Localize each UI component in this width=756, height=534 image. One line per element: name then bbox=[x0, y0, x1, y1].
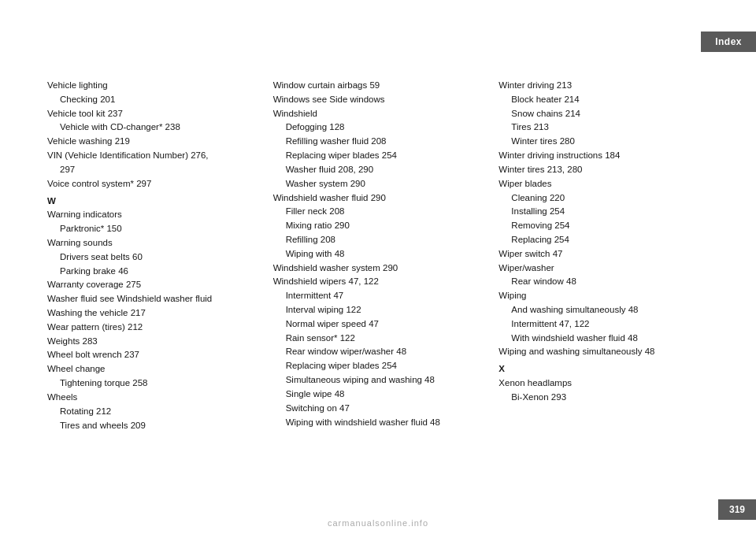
index-entry-main: Voice control system* 297 bbox=[47, 177, 258, 191]
index-entry-sub: Rear window wiper/washer 48 bbox=[273, 345, 484, 359]
index-entry-main: Windows see Side windows bbox=[273, 93, 484, 107]
index-entry-main: Vehicle washing 219 bbox=[47, 135, 258, 149]
index-entry-main: Wiper/washer bbox=[498, 261, 709, 276]
index-entry-main: Winter driving instructions 184 bbox=[498, 149, 709, 163]
index-entry-sub: Replacing wiper blades 254 bbox=[273, 149, 484, 163]
index-entry-main: Winter driving 213 bbox=[498, 79, 709, 93]
column-1: Vehicle lightingChecking 201Vehicle tool… bbox=[47, 79, 273, 432]
index-entry-sub: Switching on 47 bbox=[273, 402, 484, 416]
index-entry-main: Wiping bbox=[498, 289, 709, 303]
index-entry-sub: Vehicle with CD-changer* 238 bbox=[47, 121, 258, 135]
index-tab: Index bbox=[701, 32, 756, 52]
section-letter: X bbox=[498, 362, 709, 376]
index-entry-main: Windshield washer fluid 290 bbox=[273, 191, 484, 206]
index-entry-sub: Washer system 290 bbox=[273, 177, 484, 191]
index-entry-main: Vehicle lighting bbox=[47, 79, 258, 93]
page-number: 319 bbox=[718, 499, 756, 520]
index-entry-sub: Block heater 214 bbox=[498, 93, 709, 107]
index-entry-sub: Simultaneous wiping and washing 48 bbox=[273, 373, 484, 388]
index-entry-main: Wiper blades bbox=[498, 177, 709, 191]
index-entry-main: Windshield wipers 47, 122 bbox=[273, 275, 484, 289]
index-entry-main: Warning sounds bbox=[47, 236, 258, 250]
index-entry-main: Warranty coverage 275 bbox=[47, 278, 258, 292]
index-entry-sub: Rear window 48 bbox=[498, 275, 709, 289]
index-entry-sub: Checking 201 bbox=[47, 93, 258, 107]
index-entry-sub: Cleaning 220 bbox=[498, 191, 709, 206]
index-entry-sub: Rain sensor* 122 bbox=[273, 332, 484, 346]
index-entry-sub: Mixing ratio 290 bbox=[273, 219, 484, 233]
index-entry-main: Wheel bolt wrench 237 bbox=[47, 348, 258, 362]
column-3: Winter driving 213Block heater 214Snow c… bbox=[498, 79, 709, 432]
index-entry-sub: And washing simultaneously 48 bbox=[498, 303, 709, 317]
index-entry-sub: Wiping with 48 bbox=[273, 247, 484, 261]
index-entry-main: Wiping and washing simultaneously 48 bbox=[498, 345, 709, 359]
index-entry-sub: Single wipe 48 bbox=[273, 388, 484, 402]
index-entry-sub: Refilling washer fluid 208 bbox=[273, 135, 484, 149]
index-entry-main: Vehicle tool kit 237 bbox=[47, 107, 258, 121]
index-entry-main: Weights 283 bbox=[47, 335, 258, 349]
index-entry-sub: Replacing 254 bbox=[498, 233, 709, 247]
index-entry-sub: Normal wiper speed 47 bbox=[273, 317, 484, 332]
page-container: Index Vehicle lightingChecking 201Vehicl… bbox=[0, 0, 756, 534]
index-entry-main: Window curtain airbags 59 bbox=[273, 79, 484, 93]
content-columns: Vehicle lightingChecking 201Vehicle tool… bbox=[47, 79, 709, 432]
index-entry-sub: With windshield washer fluid 48 bbox=[498, 332, 709, 346]
index-entry-main: Wear pattern (tires) 212 bbox=[47, 321, 258, 335]
index-entry-main: Wiper switch 47 bbox=[498, 247, 709, 261]
index-entry-sub: Rotating 212 bbox=[47, 405, 258, 419]
index-entry-sub: 297 bbox=[47, 163, 258, 177]
index-entry-sub: Intermittent 47, 122 bbox=[498, 317, 709, 332]
index-entry-sub: Defogging 128 bbox=[273, 121, 484, 135]
index-entry-sub: Filler neck 208 bbox=[273, 205, 484, 219]
index-entry-main: Windshield bbox=[273, 107, 484, 121]
index-entry-sub: Tightening torque 258 bbox=[47, 376, 258, 391]
index-entry-sub: Tires 213 bbox=[498, 121, 709, 135]
index-entry-main: Wheel change bbox=[47, 362, 258, 376]
index-entry-sub: Tires and wheels 209 bbox=[47, 419, 258, 433]
index-entry-main: Wheels bbox=[47, 391, 258, 405]
index-entry-sub: Parktronic* 150 bbox=[47, 222, 258, 236]
index-entry-sub: Wiping with windshield washer fluid 48 bbox=[273, 416, 484, 430]
watermark: carmanualsonline.info bbox=[328, 518, 428, 528]
index-entry-sub: Parking brake 46 bbox=[47, 265, 258, 279]
index-entry-sub: Drivers seat belts 60 bbox=[47, 250, 258, 265]
index-entry-main: VIN (Vehicle Identification Number) 276, bbox=[47, 149, 258, 163]
index-entry-sub: Bi-Xenon 293 bbox=[498, 391, 709, 405]
index-entry-main: Warning indicators bbox=[47, 208, 258, 222]
index-entry-main: Windshield washer system 290 bbox=[273, 261, 484, 276]
index-entry-main: Xenon headlamps bbox=[498, 376, 709, 391]
section-letter: W bbox=[47, 195, 258, 209]
index-entry-main: Washing the vehicle 217 bbox=[47, 306, 258, 321]
index-entry-sub: Interval wiping 122 bbox=[273, 303, 484, 317]
index-entry-main: Winter tires 213, 280 bbox=[498, 163, 709, 177]
index-entry-sub: Replacing wiper blades 254 bbox=[273, 359, 484, 373]
index-tab-label: Index bbox=[715, 36, 742, 47]
index-entry-sub: Winter tires 280 bbox=[498, 135, 709, 149]
index-entry-sub: Removing 254 bbox=[498, 219, 709, 233]
index-entry-sub: Refilling 208 bbox=[273, 233, 484, 247]
index-entry-sub: Installing 254 bbox=[498, 205, 709, 219]
index-entry-sub: Snow chains 214 bbox=[498, 107, 709, 121]
index-entry-main: Washer fluid see Windshield washer fluid bbox=[47, 292, 258, 306]
index-entry-sub: Washer fluid 208, 290 bbox=[273, 163, 484, 177]
column-2: Window curtain airbags 59Windows see Sid… bbox=[273, 79, 499, 432]
index-entry-sub: Intermittent 47 bbox=[273, 289, 484, 303]
